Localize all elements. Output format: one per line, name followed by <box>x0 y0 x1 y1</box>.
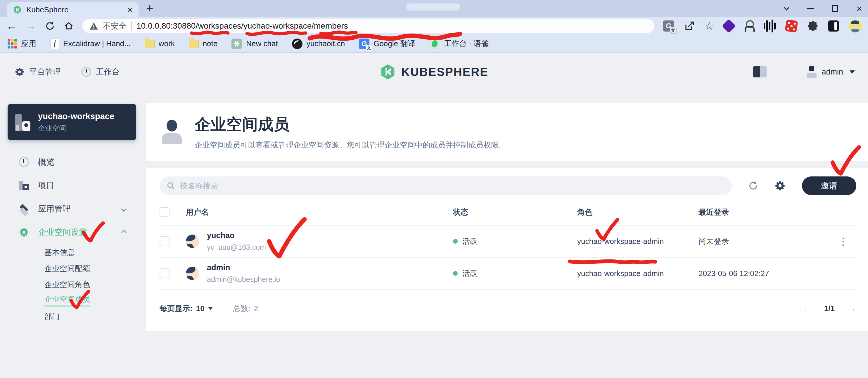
share-icon[interactable] <box>684 21 695 31</box>
sidebar-nav: 概览 项目 应用管理 企业空间设置 基本信息 企业空间配额 企业空间角色 企业空… <box>8 151 146 325</box>
row-kebab-menu-icon[interactable]: ⋮ <box>830 235 856 247</box>
new-tab-button[interactable]: + <box>146 2 153 14</box>
not-secure-warning-icon[interactable] <box>89 22 98 30</box>
window-minimize-icon[interactable] <box>807 8 814 9</box>
page-title: 企业空间成员 <box>195 114 506 135</box>
sidebar-item-app-management[interactable]: 应用管理 <box>8 197 146 221</box>
bookmark-star-icon[interactable]: ☆ <box>705 21 714 31</box>
apps-grid-icon <box>8 39 17 49</box>
tab-title: KubeSphere <box>26 5 122 14</box>
members-list-card: 邀请 用户名 状态 角色 最近登录 yuchao yc_uuu@163.com <box>146 168 868 331</box>
search-input[interactable] <box>180 181 725 190</box>
settings-gear-icon[interactable] <box>774 180 785 191</box>
bookmarks-bar: 应用 Excalidraw | Hand... work note New ch… <box>0 35 868 53</box>
select-all-checkbox[interactable] <box>160 207 169 217</box>
home-icon[interactable] <box>64 21 74 31</box>
subnav-departments[interactable]: 部门 <box>44 309 146 325</box>
username[interactable]: admin <box>207 263 280 272</box>
table-row[interactable]: yuchao yc_uuu@163.com 活跃 yuchao-workspac… <box>160 225 856 258</box>
refresh-icon[interactable] <box>748 181 758 191</box>
col-role[interactable]: 角色 <box>577 207 699 217</box>
kubesphere-logo[interactable]: KUBESPHERE <box>380 64 488 80</box>
invite-button[interactable]: 邀请 <box>802 177 856 195</box>
subnav-workspace-members[interactable]: 企业空间成员 <box>44 293 146 309</box>
docs-book-icon[interactable] <box>753 66 767 77</box>
status-text: 活跃 <box>462 236 477 247</box>
bookmark-google-translate[interactable]: G文 Google 翻译 <box>359 38 415 49</box>
extension-dice-icon[interactable] <box>785 19 798 32</box>
sidebar-item-projects[interactable]: 项目 <box>8 174 146 197</box>
row-checkbox[interactable] <box>160 236 169 246</box>
next-page-icon[interactable]: → <box>847 304 856 313</box>
window-maximize-icon[interactable] <box>832 5 838 12</box>
col-last-login[interactable]: 最近登录 <box>699 207 830 217</box>
overview-icon <box>19 157 29 167</box>
toolbar-right-icons: G文 ☆ <box>663 20 862 32</box>
security-label[interactable]: 不安全 <box>103 21 132 31</box>
table-row[interactable]: admin admin@kubesphere.io 活跃 yuchao-work… <box>160 258 856 290</box>
url-bar[interactable]: 不安全 10.0.0.80:30880/workspaces/yuchao-wo… <box>83 19 654 33</box>
username[interactable]: yuchao <box>207 231 266 240</box>
tab-search-chevron-icon[interactable] <box>784 5 789 10</box>
back-icon[interactable]: ← <box>6 21 17 31</box>
window-close-icon[interactable]: × <box>856 3 862 13</box>
reload-icon[interactable] <box>45 21 55 31</box>
status-cell: 活跃 <box>453 269 577 279</box>
bookmark-apps[interactable]: 应用 <box>8 38 36 49</box>
url-text[interactable]: 10.0.0.80:30880/workspaces/yuchao-worksp… <box>136 21 348 31</box>
translate-zh-badge: 文 <box>670 27 677 34</box>
workspace-name: yuchao-workspace <box>38 112 114 121</box>
extension-diamond-icon[interactable] <box>722 19 736 33</box>
user-cell: yuchao yc_uuu@163.com <box>186 231 453 252</box>
subnav-basic-info[interactable]: 基本信息 <box>44 245 146 260</box>
chevron-up-icon <box>121 230 126 235</box>
bookmark-yuchaoit[interactable]: yuchaoit.cn <box>292 38 345 49</box>
col-status[interactable]: 状态 <box>453 207 577 217</box>
yuque-icon <box>429 38 440 49</box>
extension-waveform-icon[interactable] <box>764 20 776 32</box>
projects-icon <box>19 180 29 191</box>
platform-management-button[interactable]: 平台管理 <box>14 67 61 77</box>
last-login-text: 尚未登录 <box>699 236 830 247</box>
workbench-button[interactable]: 工作台 <box>81 67 120 77</box>
per-page-value[interactable]: 10 <box>196 304 205 313</box>
globe-icon <box>292 38 303 49</box>
status-text: 活跃 <box>462 269 477 279</box>
subnav-workspace-quota[interactable]: 企业空间配额 <box>44 260 146 277</box>
bookmark-new-chat[interactable]: New chat <box>231 38 278 49</box>
prev-page-icon[interactable]: ← <box>803 304 811 313</box>
search-bar[interactable] <box>160 177 732 195</box>
row-checkbox[interactable] <box>160 269 169 278</box>
bookmark-note[interactable]: note <box>189 39 218 48</box>
tab-strip-pill <box>406 3 460 10</box>
workbench-icon <box>81 67 91 77</box>
tab-close-icon[interactable]: × <box>127 5 133 14</box>
per-page-caret-icon[interactable] <box>208 307 213 310</box>
role-text: yuchao-workspace-admin <box>577 269 699 278</box>
extension-figure-icon[interactable] <box>744 20 754 32</box>
browser-tab[interactable]: KubeSphere × <box>7 2 138 17</box>
bookmark-yuque[interactable]: 工作台 · 语雀 <box>429 38 489 49</box>
forward-icon[interactable]: → <box>26 21 36 31</box>
user-menu-caret-icon[interactable] <box>849 70 855 74</box>
side-panel-icon[interactable] <box>828 21 839 32</box>
current-user-name[interactable]: admin <box>822 67 843 76</box>
total-label: 总数: <box>233 304 250 314</box>
header-right: admin <box>753 53 855 91</box>
excalidraw-icon <box>50 38 59 49</box>
workspace-card[interactable]: yuchao-workspace 企业空间 <box>8 104 136 140</box>
browser-profile-avatar[interactable] <box>849 20 862 32</box>
col-username[interactable]: 用户名 <box>186 207 453 217</box>
sidebar-item-overview[interactable]: 概览 <box>8 151 146 174</box>
bookmark-excalidraw[interactable]: Excalidraw | Hand... <box>50 38 131 49</box>
sidebar-item-workspace-settings[interactable]: 企业空间设置 <box>8 221 146 244</box>
subnav-workspace-roles[interactable]: 企业空间角色 <box>44 277 146 293</box>
translate-page-icon[interactable]: G文 <box>663 21 674 32</box>
user-avatar <box>186 234 199 248</box>
chevron-down-icon <box>121 206 126 212</box>
per-page-label: 每页显示: <box>160 304 193 314</box>
bookmark-work[interactable]: work <box>145 39 175 48</box>
tab-favicon-kubesphere-icon <box>13 5 22 14</box>
google-translate-icon: G文 <box>359 38 369 49</box>
extensions-puzzle-icon[interactable] <box>807 21 818 32</box>
